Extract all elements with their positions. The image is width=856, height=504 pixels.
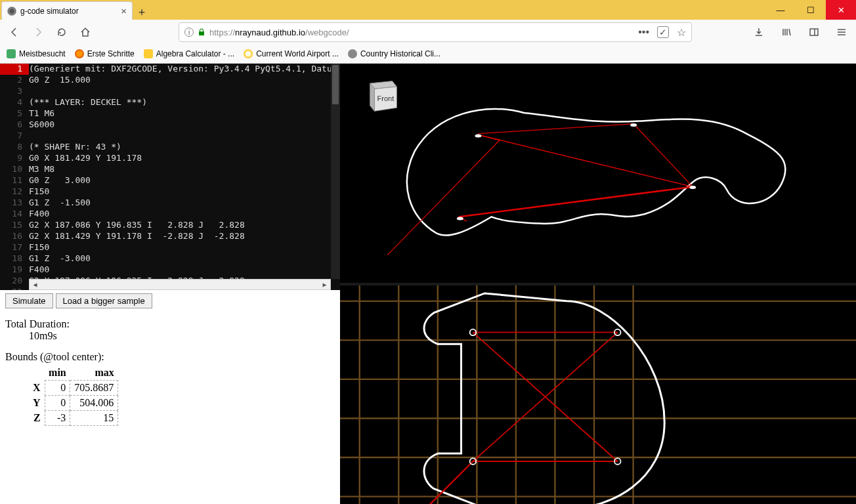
bookmark-item[interactable]: Erste Schritte (75, 49, 135, 58)
new-tab-button[interactable]: + (133, 6, 151, 20)
favicon (7, 7, 16, 16)
window-close-button[interactable]: ✕ (826, 0, 856, 20)
editor-vscroll[interactable] (331, 64, 340, 279)
forward-button[interactable] (29, 23, 47, 41)
svg-point-13 (457, 217, 463, 220)
svg-line-2 (387, 140, 500, 255)
svg-line-5 (458, 187, 693, 217)
svg-text:Front: Front (377, 94, 395, 102)
tab-title: g-code simulator (20, 7, 79, 16)
url-path: /webgcode/ (305, 28, 349, 37)
info-icon[interactable]: i (184, 28, 194, 37)
minimize-button[interactable]: — (765, 0, 796, 20)
home-button[interactable] (76, 23, 95, 41)
bookmark-item[interactable]: Algebra Calculator - ... (144, 49, 234, 58)
svg-line-8 (478, 124, 633, 134)
downloads-icon[interactable] (750, 23, 768, 41)
back-button[interactable] (5, 23, 24, 41)
page-action-icon[interactable]: ••• (638, 26, 649, 38)
lock-icon (198, 28, 205, 36)
url-bar[interactable]: i https://nraynaud.github.io/webgcode/ •… (179, 22, 692, 42)
3d-view-bottom[interactable] (340, 285, 856, 505)
bounds-label: Bounds (@tool center): (5, 351, 335, 363)
simulate-button[interactable]: Simulate (5, 293, 53, 308)
3d-view-top[interactable]: Front (340, 64, 856, 285)
url-host: nraynaud.github.io (235, 28, 305, 37)
bookmark-icon (144, 49, 153, 58)
library-icon[interactable] (777, 23, 796, 41)
bookmark-item[interactable]: Country Historical Cli... (348, 49, 440, 58)
svg-line-9 (633, 124, 693, 187)
svg-point-12 (689, 186, 696, 189)
bookmark-item[interactable]: Current World Airport ... (244, 49, 339, 58)
sun-icon (244, 49, 253, 58)
bookmarks-bar: Meistbesucht Erste Schritte Algebra Calc… (0, 45, 856, 64)
browser-tab[interactable]: g-code simulator × (1, 1, 133, 20)
reader-mode-icon[interactable]: ✓ (657, 26, 669, 38)
svg-rect-0 (810, 29, 818, 35)
view-cube[interactable]: Front (360, 75, 407, 120)
svg-line-37 (422, 461, 473, 504)
editor-hscroll[interactable]: ◀▶ (29, 279, 331, 290)
menu-icon[interactable] (832, 23, 851, 41)
globe-icon (348, 49, 357, 58)
bookmark-star-icon[interactable]: ☆ (677, 26, 686, 39)
svg-point-10 (475, 135, 481, 138)
svg-point-11 (630, 123, 637, 127)
duration-label: Total Duration: (5, 318, 335, 330)
load-sample-button[interactable]: Load a bigger sample (56, 293, 152, 308)
reload-button[interactable] (53, 23, 71, 41)
bounds-table: minmax X0705.8687 Y0504.006 Z-315 (29, 366, 118, 426)
duration-value: 10m9s (29, 330, 335, 342)
sidebar-icon[interactable] (805, 23, 823, 41)
bookmark-item[interactable]: Meistbesucht (7, 49, 66, 58)
maximize-button[interactable]: ☐ (796, 0, 826, 20)
code-editor[interactable]: 1(Generiert mit: DXF2GCODE, Version: Py3… (0, 64, 340, 290)
url-protocol: https:// (209, 28, 235, 37)
bookmark-icon (7, 49, 16, 58)
close-tab-icon[interactable]: × (121, 5, 127, 16)
firefox-icon (75, 49, 84, 58)
